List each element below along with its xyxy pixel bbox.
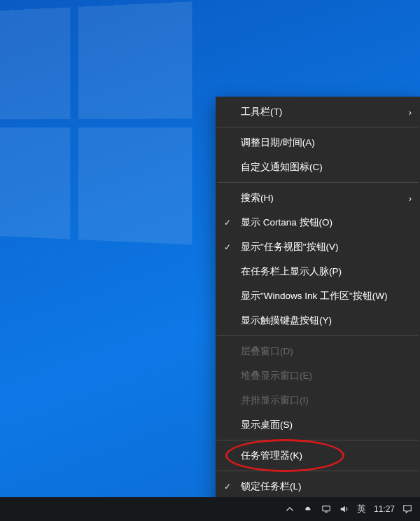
desktop[interactable]: 工具栏(T)›调整日期/时间(A)自定义通知图标(C)搜索(H)›✓显示 Cor… — [0, 0, 420, 521]
check-icon: ✓ — [224, 242, 231, 252]
menu-item-label: 堆叠显示窗口(E) — [241, 370, 312, 382]
menu-separator — [217, 440, 419, 440]
svg-rect-0 — [323, 506, 330, 511]
menu-item-label: 在任务栏上显示人脉(P) — [241, 265, 342, 278]
menu-item-label: 并排显示窗口(I) — [241, 394, 309, 407]
menu-item-search[interactable]: 搜索(H)› — [216, 186, 420, 210]
tray-volume-icon[interactable] — [339, 503, 350, 515]
menu-item-label: 层叠窗口(D) — [241, 345, 293, 358]
menu-item-stack: 堆叠显示窗口(E) — [216, 363, 420, 388]
menu-item-show-cortana[interactable]: ✓显示 Cortana 按钮(O) — [216, 210, 420, 235]
svg-rect-1 — [325, 512, 328, 513]
windows-logo-pane — [0, 7, 70, 119]
tray-onedrive-icon[interactable] — [302, 503, 314, 515]
menu-item-label: 自定义通知图标(C) — [241, 161, 323, 174]
tray-network-icon[interactable] — [321, 503, 332, 515]
menu-item-show-people[interactable]: 在任务栏上显示人脉(P) — [216, 259, 420, 284]
menu-item-label: 搜索(H) — [241, 192, 274, 204]
menu-item-label: 调整日期/时间(A) — [241, 137, 315, 149]
tray-action-center-icon[interactable] — [402, 503, 413, 515]
menu-item-label: 显示"Windows Ink 工作区"按钮(W) — [241, 290, 388, 303]
chevron-right-icon: › — [409, 106, 412, 117]
chevron-right-icon: › — [409, 193, 412, 203]
menu-separator — [217, 182, 419, 183]
menu-item-label: 工具栏(T) — [241, 106, 282, 118]
menu-separator — [217, 127, 419, 127]
menu-item-sidebyside: 并排显示窗口(I) — [216, 388, 420, 412]
menu-item-label: 显示触摸键盘按钮(Y) — [241, 314, 332, 327]
menu-separator — [217, 471, 419, 471]
menu-item-show-ink[interactable]: 显示"Windows Ink 工作区"按钮(W) — [216, 284, 420, 308]
windows-logo-pane — [0, 127, 70, 239]
windows-logo — [0, 1, 198, 251]
windows-logo-pane — [78, 127, 192, 244]
menu-item-adjust-datetime[interactable]: 调整日期/时间(A) — [216, 130, 420, 155]
system-tray[interactable]: 英 11:27 — [277, 503, 420, 515]
check-icon: ✓ — [224, 482, 231, 492]
menu-item-label: 显示"任务视图"按钮(V) — [241, 241, 339, 253]
tray-clock[interactable]: 11:27 — [374, 504, 395, 514]
menu-item-cascade: 层叠窗口(D) — [216, 339, 420, 363]
taskbar[interactable]: 英 11:27 — [0, 497, 420, 521]
taskbar-context-menu: 工具栏(T)›调整日期/时间(A)自定义通知图标(C)搜索(H)›✓显示 Cor… — [216, 97, 420, 521]
menu-item-lock-taskbar[interactable]: ✓锁定任务栏(L) — [216, 474, 420, 499]
tray-chevron-up-icon[interactable] — [284, 503, 295, 515]
menu-item-label: 显示桌面(S) — [241, 419, 293, 431]
menu-item-show-taskview[interactable]: ✓显示"任务视图"按钮(V) — [216, 235, 420, 259]
menu-separator — [217, 335, 419, 336]
tray-ime-indicator[interactable]: 英 — [357, 503, 367, 515]
menu-item-task-manager[interactable]: 任务管理器(K) — [216, 443, 420, 468]
menu-item-label: 显示 Cortana 按钮(O) — [241, 216, 332, 229]
menu-item-toolbars[interactable]: 工具栏(T)› — [216, 99, 420, 124]
menu-item-show-desktop[interactable]: 显示桌面(S) — [216, 412, 420, 437]
menu-item-label: 任务管理器(K) — [241, 450, 302, 462]
windows-logo-pane — [78, 1, 192, 119]
menu-item-customize-notify-icons[interactable]: 自定义通知图标(C) — [216, 155, 420, 179]
check-icon: ✓ — [224, 218, 231, 228]
menu-item-show-touchkbd[interactable]: 显示触摸键盘按钮(Y) — [216, 308, 420, 333]
menu-item-label: 锁定任务栏(L) — [241, 480, 302, 493]
